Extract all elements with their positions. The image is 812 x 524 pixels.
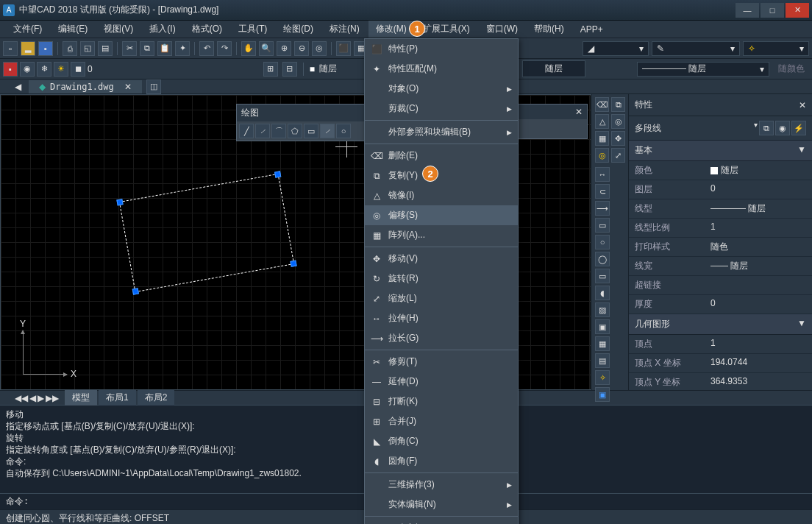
scale-icon[interactable]: ⤢: [611, 148, 625, 163]
menu-5[interactable]: 工具(T): [231, 21, 274, 38]
explode-icon[interactable]: ✧: [595, 370, 610, 385]
menu-item[interactable]: ✦特性匹配(M): [365, 59, 518, 79]
maximize-button[interactable]: □: [761, 3, 784, 18]
zoom-ext-icon[interactable]: ⊕: [277, 41, 291, 56]
menu-3[interactable]: 插入(I): [142, 21, 182, 38]
copy2-icon[interactable]: ⧉: [611, 97, 625, 112]
insert-icon[interactable]: ⊟: [282, 62, 297, 77]
zoom-icon[interactable]: 🔍: [259, 41, 274, 56]
hatch-icon[interactable]: ▨: [595, 302, 610, 317]
menu-item[interactable]: ↔拉伸(H): [365, 308, 518, 328]
props-row[interactable]: 颜色随层: [629, 161, 812, 180]
layout-tab[interactable]: 布局2: [138, 390, 175, 406]
cut-icon[interactable]: ✂: [122, 41, 137, 56]
menu-item[interactable]: ⬛特性(P): [365, 39, 518, 59]
props-btn2-icon[interactable]: ◉: [775, 121, 790, 135]
preview-icon[interactable]: ◱: [80, 41, 95, 56]
menu-2[interactable]: 视图(V): [96, 21, 140, 38]
props-row[interactable]: 线型———— 随层: [629, 199, 812, 219]
menu-4[interactable]: 格式(O): [185, 21, 229, 38]
stretch-icon[interactable]: ↔: [595, 167, 610, 182]
menu-item[interactable]: ▣更改空间(S): [365, 518, 518, 524]
close-tab-icon[interactable]: ✕: [124, 82, 132, 92]
match-icon[interactable]: ✦: [175, 41, 190, 56]
menu-item[interactable]: ◖圆角(F): [365, 451, 518, 471]
layer-on-icon[interactable]: ◼: [71, 62, 85, 77]
extra-icon[interactable]: ▣: [595, 387, 610, 402]
menu-item[interactable]: ⊟打断(K): [365, 392, 518, 411]
tab-last-icon[interactable]: ▶▶: [46, 393, 59, 403]
menu-item[interactable]: ◣倒角(C): [365, 431, 518, 451]
polygon-icon[interactable]: ⬠: [288, 124, 302, 138]
menu-item[interactable]: 外部参照和块编辑(B)▶: [365, 122, 518, 142]
menu-7[interactable]: 标注(N): [322, 21, 367, 38]
tab-prev-icon[interactable]: ◀: [29, 393, 36, 403]
boundary-icon[interactable]: ▣: [595, 319, 610, 334]
polyline-icon[interactable]: ⟋: [255, 124, 270, 138]
props-section-header[interactable]: 几何图形▼: [629, 314, 812, 335]
tab-first-icon[interactable]: ◀◀: [15, 393, 28, 403]
arc-icon[interactable]: ⌒: [271, 124, 286, 138]
menu-1[interactable]: 编辑(E): [51, 21, 95, 38]
circle2-icon[interactable]: ○: [595, 235, 610, 249]
bylayer-2[interactable]: 随层: [522, 60, 585, 77]
fillet-icon[interactable]: ◖: [595, 286, 610, 300]
menu-item[interactable]: ▦阵列(A)...: [365, 225, 518, 245]
props-row[interactable]: 线宽—— 随层: [629, 257, 812, 276]
layout-tab[interactable]: 布局1: [99, 390, 136, 406]
menu-8[interactable]: 修改(M): [368, 21, 414, 38]
props-row[interactable]: 线型比例1: [629, 219, 812, 238]
extras-dropdown[interactable]: ✧▾: [743, 41, 809, 56]
offset-icon[interactable]: ◎: [611, 114, 625, 129]
props-icon[interactable]: ⬛: [336, 41, 351, 56]
layer-freeze-icon[interactable]: ❄: [37, 62, 51, 77]
linetype-dropdown[interactable]: ————— 随层▾: [637, 62, 769, 77]
layer-lock-icon[interactable]: ☀: [54, 62, 68, 77]
props-btn3-icon[interactable]: ⚡: [791, 121, 806, 135]
new-tab-icon[interactable]: ◫: [146, 79, 161, 94]
menu-item[interactable]: 对象(O)▶: [365, 79, 518, 99]
move-icon[interactable]: ✥: [611, 131, 625, 146]
grip[interactable]: [132, 288, 139, 294]
menu-11[interactable]: 帮助(H): [527, 21, 571, 38]
rotate-icon[interactable]: ◎: [595, 148, 609, 163]
props-row[interactable]: 图层0: [629, 180, 812, 199]
menu-0[interactable]: 文件(F): [6, 21, 49, 38]
close-button[interactable]: ✕: [786, 3, 809, 18]
pan-icon[interactable]: ✋: [241, 41, 256, 56]
layout-tab[interactable]: 模型: [65, 390, 97, 406]
array-icon[interactable]: ▦: [595, 131, 609, 146]
wipeout-icon[interactable]: ▤: [595, 353, 610, 368]
menu-item[interactable]: ⧉复制(Y): [365, 166, 518, 185]
menu-12[interactable]: APP+: [573, 22, 610, 37]
undo-icon[interactable]: ↶: [199, 41, 214, 56]
bycolor-label[interactable]: 随颜色: [774, 61, 809, 77]
redo-icon[interactable]: ↷: [217, 41, 232, 56]
open-icon[interactable]: ▂: [21, 41, 35, 56]
mirror2-icon[interactable]: △: [595, 114, 609, 129]
menu-item[interactable]: ⊞合并(J): [365, 411, 518, 431]
save-icon[interactable]: ▪: [38, 41, 53, 56]
erase-icon[interactable]: ⌫: [595, 97, 609, 112]
props-row[interactable]: 超链接: [629, 276, 812, 295]
print-icon[interactable]: ⎙: [63, 41, 77, 56]
props-section-header[interactable]: 基本▼: [629, 141, 812, 161]
new-icon[interactable]: ▫: [3, 41, 18, 56]
line-icon[interactable]: ╱: [239, 124, 254, 138]
menu-item[interactable]: —延伸(D): [365, 372, 518, 392]
menu-item[interactable]: ↻旋转(R): [365, 269, 518, 288]
circle-icon[interactable]: ○: [336, 124, 351, 138]
menu-item[interactable]: ⟶拉长(G): [365, 328, 518, 348]
spline-icon[interactable]: ⟋: [320, 124, 335, 138]
zoom-prev-icon[interactable]: ◎: [312, 41, 327, 56]
props-row[interactable]: 顶点 X 坐标194.0744: [629, 354, 812, 373]
copy-icon[interactable]: ⧉: [140, 41, 154, 56]
style-dropdown[interactable]: ✎▾: [652, 41, 740, 56]
grip[interactable]: [274, 171, 281, 177]
menu-item[interactable]: ✥移动(V): [365, 249, 518, 269]
plot-icon[interactable]: ▤: [98, 41, 113, 56]
color-dropdown[interactable]: ◢▾: [583, 41, 649, 56]
props-row[interactable]: 顶点1: [629, 335, 812, 354]
rect-icon[interactable]: ▭: [304, 124, 318, 138]
ellipse-icon[interactable]: ◯: [595, 252, 610, 266]
